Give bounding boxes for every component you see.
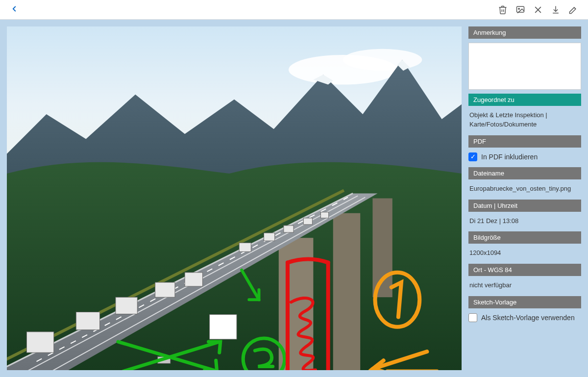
svg-point-1: [518, 8, 520, 9]
svg-rect-0: [517, 6, 524, 12]
main-content: Anmerkung Zugeordnet zu Objekt & Letzte …: [0, 20, 588, 377]
assigned-value: Objekt & Letzte Inspektion | Karte/Fotos…: [468, 110, 581, 131]
sketch-template-checkbox[interactable]: [468, 313, 477, 322]
sketch-header: Sketch-Vorlage: [468, 296, 581, 308]
svg-rect-17: [264, 233, 275, 241]
edit-icon[interactable]: [564, 1, 582, 19]
svg-rect-12: [116, 297, 137, 314]
imagesize-header: Bildgröße: [468, 231, 581, 244]
pdf-include-label: In PDF inkludieren: [481, 153, 538, 161]
svg-rect-8: [333, 213, 360, 370]
svg-rect-10: [26, 332, 53, 352]
pdf-include-checkbox[interactable]: [468, 152, 477, 161]
annotation-header: Anmerkung: [468, 26, 581, 39]
download-icon[interactable]: [547, 1, 564, 19]
annotated-image[interactable]: [7, 26, 462, 370]
sketch-template-row[interactable]: Als Sketch-Vorlage verwenden: [468, 312, 581, 324]
back-button[interactable]: [6, 2, 23, 17]
assigned-header: Zugeordnet zu: [468, 94, 581, 106]
svg-point-6: [343, 49, 422, 71]
svg-rect-14: [185, 273, 202, 286]
svg-rect-20: [321, 212, 329, 218]
pdf-include-row[interactable]: In PDF inkludieren: [468, 151, 581, 163]
datetime-value: Di 21 Dez | 13:08: [468, 216, 581, 228]
svg-rect-18: [284, 226, 294, 232]
svg-rect-19: [303, 218, 312, 225]
datetime-header: Datum | Uhrzeit: [468, 200, 581, 212]
trash-icon[interactable]: [494, 1, 512, 19]
details-sidebar: Anmerkung Zugeordnet zu Objekt & Letzte …: [468, 26, 581, 370]
svg-rect-15: [210, 315, 237, 339]
location-header: Ort - WGS 84: [468, 264, 581, 276]
sketch-template-label: Als Sketch-Vorlage verwenden: [481, 314, 575, 322]
filename-header: Dateiname: [468, 167, 581, 179]
close-icon[interactable]: [529, 1, 547, 19]
filename-value: Europabruecke_von_osten_tiny.png: [468, 183, 581, 196]
svg-rect-13: [155, 282, 175, 297]
image-icon[interactable]: [512, 1, 529, 19]
annotation-input[interactable]: [468, 43, 581, 90]
pdf-header: PDF: [468, 135, 581, 148]
top-toolbar: [0, 0, 588, 20]
svg-rect-16: [239, 243, 251, 251]
imagesize-value: 1200x1094: [468, 248, 581, 260]
location-value: nicht verfügbar: [468, 280, 581, 292]
svg-rect-11: [76, 312, 99, 330]
